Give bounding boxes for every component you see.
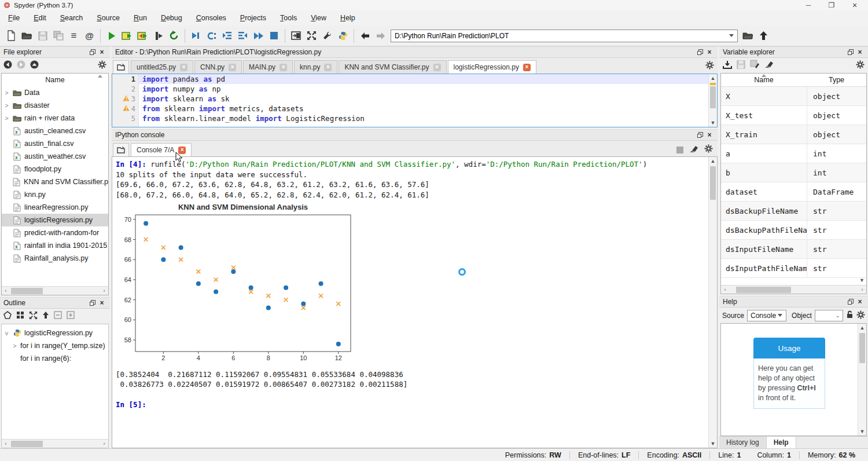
- close-tab-icon[interactable]: ×: [229, 64, 236, 71]
- expander-icon[interactable]: v: [3, 330, 10, 336]
- menu-debug[interactable]: Debug: [154, 12, 189, 24]
- file-list-item[interactable]: xrainfall in india 1901-2015: [2, 239, 108, 252]
- variable-row[interactable]: X_testobject: [721, 106, 866, 125]
- outline-group-icon[interactable]: [16, 311, 24, 321]
- editor-options-gear-icon[interactable]: [705, 61, 714, 72]
- code-line[interactable]: import pandas as pd: [139, 74, 708, 84]
- editor-tab[interactable]: KNN and SVM Classifier.py×: [339, 60, 446, 74]
- save-button[interactable]: [35, 28, 50, 43]
- ve-options-gear-icon[interactable]: [856, 60, 865, 71]
- step-return-button[interactable]: [235, 28, 251, 43]
- close-pane-icon[interactable]: ×: [855, 298, 865, 306]
- code-line[interactable]: import numpy as np: [139, 84, 708, 94]
- undock-icon[interactable]: [846, 298, 855, 306]
- help-tab-history-log[interactable]: History log: [719, 437, 767, 448]
- close-pane-icon[interactable]: ×: [705, 48, 714, 56]
- variable-row[interactable]: dsInputFileNamestr: [721, 240, 866, 259]
- file-list-item[interactable]: knn.py: [2, 188, 108, 201]
- close-pane-icon[interactable]: ×: [705, 131, 714, 139]
- help-options-gear-icon[interactable]: [856, 310, 865, 321]
- outline-expand-icon[interactable]: [67, 311, 75, 321]
- expander-icon[interactable]: >: [12, 342, 18, 349]
- console-vscrollbar[interactable]: ▲ ▼: [708, 157, 717, 448]
- file-list-item[interactable]: >Data: [2, 86, 108, 99]
- run-selection-button[interactable]: [150, 28, 166, 43]
- file-list-item[interactable]: linearRegression.py: [2, 201, 108, 214]
- undock-icon[interactable]: [88, 48, 97, 56]
- browse-tabs-icon[interactable]: [113, 143, 129, 156]
- console-interrupt-icon[interactable]: [676, 147, 683, 153]
- menu-run[interactable]: Run: [127, 12, 154, 24]
- editor-tab[interactable]: knn.py×: [294, 60, 337, 74]
- help-tab-help[interactable]: Help: [767, 437, 796, 448]
- close-pane-icon[interactable]: ×: [855, 48, 865, 56]
- file-list-item[interactable]: >disaster: [2, 99, 108, 112]
- fx-previous-button[interactable]: [3, 60, 12, 71]
- file-explorer-hscrollbar[interactable]: ‹ ›: [2, 286, 108, 295]
- menu-projects[interactable]: Projects: [233, 12, 273, 24]
- symbol-finder-button[interactable]: @: [82, 28, 97, 43]
- python-path-button[interactable]: [335, 28, 351, 43]
- menu-search[interactable]: Search: [53, 12, 90, 24]
- undock-icon[interactable]: [88, 299, 97, 307]
- help-object-combobox[interactable]: ⌄: [815, 310, 843, 321]
- forward-button[interactable]: [373, 28, 388, 43]
- import-data-icon[interactable]: [723, 60, 732, 71]
- run-cell-advance-button[interactable]: [135, 28, 150, 43]
- close-tab-icon[interactable]: ×: [433, 64, 441, 71]
- file-list-item[interactable]: >rain + river data: [2, 112, 108, 125]
- close-tab-icon[interactable]: ×: [523, 64, 531, 71]
- debug-button[interactable]: [188, 28, 204, 43]
- variables-name-header[interactable]: Name: [721, 76, 807, 84]
- rerun-cell-button[interactable]: [166, 28, 182, 43]
- code-line[interactable]: from sklearn.linear_model import Logisti…: [139, 114, 708, 123]
- variable-row[interactable]: aint: [721, 144, 866, 163]
- editor-tab[interactable]: CNN.py×: [194, 60, 242, 74]
- file-list-item[interactable]: floodplot.py: [2, 163, 108, 175]
- help-vscrollbar[interactable]: ▲ ▼: [858, 324, 866, 436]
- variable-row[interactable]: datasetDataFrame: [721, 182, 866, 202]
- browse-tabs-icon[interactable]: [113, 60, 129, 74]
- menu-tools[interactable]: Tools: [273, 12, 304, 24]
- console-options-gear-icon[interactable]: [704, 144, 713, 155]
- save-all-button[interactable]: [50, 28, 66, 43]
- menu-consoles[interactable]: Consoles: [189, 12, 233, 24]
- chevron-down-icon[interactable]: [729, 34, 734, 37]
- file-switcher-button[interactable]: ≡: [66, 28, 82, 43]
- debug-cell-button[interactable]: [204, 28, 219, 43]
- close-tab-icon[interactable]: ×: [279, 64, 287, 71]
- editor-tab[interactable]: untitled25.py×: [131, 60, 193, 74]
- menu-file[interactable]: File: [1, 12, 27, 24]
- stop-button[interactable]: [266, 28, 282, 43]
- editor-tab[interactable]: logisticRegression.py×: [448, 60, 536, 74]
- browse-directory-button[interactable]: [740, 28, 756, 43]
- save-data-icon[interactable]: [737, 60, 745, 71]
- chevron-right-icon[interactable]: >: [3, 89, 10, 96]
- variable-row[interactable]: dsBackupPathFileNamestr: [721, 221, 866, 240]
- outline-item[interactable]: >for i in range(Y_temp.size): [2, 339, 108, 352]
- variable-row[interactable]: dsBackupFileNamestr: [721, 202, 866, 221]
- console-content[interactable]: In [4]: runfile('D:/Python Run/Rain Pred…: [112, 156, 718, 448]
- remove-variables-icon[interactable]: [764, 60, 774, 71]
- file-list-item[interactable]: xaustin_weather.csv: [2, 150, 108, 163]
- close-tab-icon[interactable]: ×: [180, 64, 187, 71]
- variable-row[interactable]: dsInputPathFileNamestr: [721, 259, 866, 278]
- editor-tab[interactable]: MAIN.py×: [243, 60, 293, 74]
- file-list-item[interactable]: xaustin_final.csv: [2, 137, 108, 150]
- close-tab-icon[interactable]: ×: [324, 64, 332, 71]
- new-file-button[interactable]: [3, 28, 19, 43]
- working-directory-input[interactable]: [391, 32, 729, 40]
- restore-button[interactable]: ❐: [822, 1, 841, 10]
- console-clear-icon[interactable]: [689, 145, 698, 155]
- file-list-item[interactable]: logisticRegression.py: [2, 214, 108, 226]
- outline-item[interactable]: vlogisticRegression.py: [2, 327, 108, 339]
- menu-help[interactable]: Help: [333, 12, 362, 24]
- close-pane-icon[interactable]: ×: [97, 48, 106, 56]
- editor-vscrollbar[interactable]: ▲ ▼: [708, 74, 717, 127]
- variable-row[interactable]: bint: [721, 163, 866, 182]
- step-into-button[interactable]: [219, 28, 235, 43]
- continue-button[interactable]: [251, 28, 266, 43]
- variable-row[interactable]: Xobject: [721, 87, 866, 106]
- outline-sort-icon[interactable]: [42, 311, 49, 321]
- variable-row[interactable]: X_trainobject: [721, 125, 866, 144]
